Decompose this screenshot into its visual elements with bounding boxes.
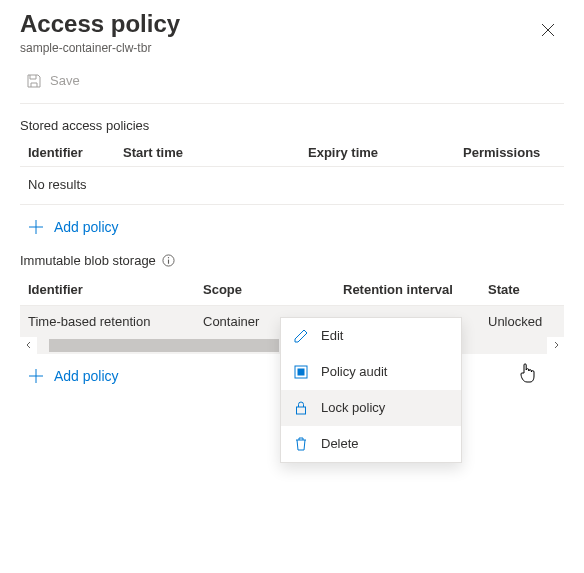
col-identifier: Identifier [28,145,123,160]
scroll-right-arrow[interactable] [547,337,564,354]
col-identifier: Identifier [28,282,203,297]
col-permissions: Permissions [463,145,556,160]
menu-item-label: Lock policy [321,400,385,415]
save-label: Save [50,73,80,88]
menu-item-delete[interactable]: Delete [281,426,461,462]
svg-rect-5 [297,407,306,414]
immutable-header: Identifier Scope Retention interval Stat… [20,274,564,306]
edit-icon [293,328,309,344]
page-title: Access policy [20,10,180,39]
save-icon [26,73,42,89]
scroll-left-arrow[interactable] [20,337,37,354]
cell-state: Unlocked [488,314,556,329]
svg-point-1 [168,257,169,258]
chevron-right-icon [552,341,560,349]
col-start-time: Start time [123,145,308,160]
add-immutable-policy-label: Add policy [54,368,119,384]
add-stored-policy-button[interactable]: Add policy [20,205,564,239]
col-scope: Scope [203,282,343,297]
immutable-title: Immutable blob storage [20,253,156,268]
plus-icon [28,219,44,235]
chevron-left-icon [25,341,33,349]
save-button: Save [20,69,86,93]
scroll-thumb[interactable] [49,339,279,352]
stored-policies-empty: No results [20,167,564,205]
lock-icon [293,400,309,416]
page-subtitle: sample-container-clw-tbr [20,41,180,55]
context-menu: Edit Policy audit Lock policy Delete [280,317,462,463]
stored-policies-header: Identifier Start time Expiry time Permis… [20,139,564,167]
menu-item-label: Edit [321,328,343,343]
svg-rect-4 [298,368,305,375]
menu-item-lock-policy[interactable]: Lock policy [281,390,461,426]
col-retention-interval: Retention interval [343,282,488,297]
delete-icon [293,436,309,452]
plus-icon [28,368,44,384]
cell-identifier: Time-based retention [28,314,203,329]
add-stored-policy-label: Add policy [54,219,119,235]
menu-item-label: Delete [321,436,359,451]
svg-rect-2 [168,259,169,263]
cursor-pointer-icon [518,363,536,385]
info-icon[interactable] [162,254,175,267]
col-state: State [488,282,556,297]
menu-item-edit[interactable]: Edit [281,318,461,354]
menu-item-policy-audit[interactable]: Policy audit [281,354,461,390]
close-icon [541,23,555,37]
close-button[interactable] [532,14,564,46]
audit-icon [293,364,309,380]
col-expiry-time: Expiry time [308,145,463,160]
stored-policies-title: Stored access policies [20,118,564,133]
menu-item-label: Policy audit [321,364,387,379]
